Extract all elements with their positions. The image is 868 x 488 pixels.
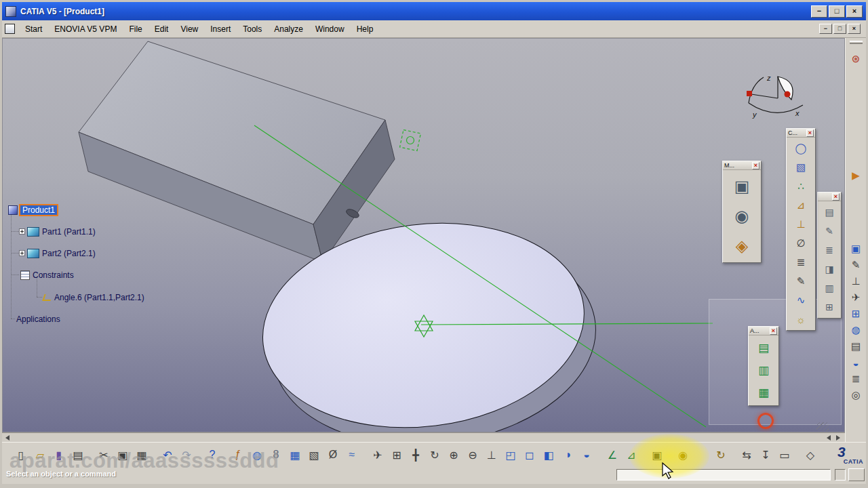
toolbar-drag-handle[interactable] xyxy=(850,41,863,44)
horizontal-scrollbar[interactable] xyxy=(2,432,845,442)
sphere-icon[interactable]: ◍ xyxy=(848,322,864,338)
measure-angle-icon[interactable]: ∠ xyxy=(604,446,620,464)
symmetry-icon[interactable]: ☼ xyxy=(791,310,811,329)
measure-inertia-icon[interactable]: ∅ xyxy=(791,234,811,253)
menu-item-enovia-v5-vpm[interactable]: ENOVIA V5 VPM xyxy=(48,22,123,37)
menu-item-view[interactable]: View xyxy=(174,22,204,37)
rotate-icon[interactable]: ↻ xyxy=(427,446,443,464)
scroll-left-icon[interactable] xyxy=(5,435,9,441)
mdi-minimize-button[interactable]: − xyxy=(819,24,832,34)
update-icon[interactable]: ⊛ xyxy=(848,51,864,67)
distance-band-icon[interactable]: ∴ xyxy=(791,177,811,196)
structure-tree-icon[interactable]: ▧ xyxy=(306,446,322,464)
multi-view-icon[interactable]: ◈ xyxy=(727,231,757,261)
rows-icon[interactable]: ▥ xyxy=(821,279,838,298)
list-icon[interactable]: ≣ xyxy=(821,241,838,260)
palette-title-bar[interactable]: M... × xyxy=(723,161,761,170)
menu-item-insert[interactable]: Insert xyxy=(204,22,237,37)
constraints-palette[interactable]: C... × ◯ ▧ ∴ ⊿ ⊥ ∅ ≣ ✎ ∿ ☼ xyxy=(786,128,816,331)
bolt-icon[interactable]: Ø xyxy=(325,446,341,464)
fly-mode-icon[interactable]: ✈ xyxy=(370,446,386,464)
mdi-close-button[interactable]: × xyxy=(848,24,861,34)
view-compass[interactable]: z y x xyxy=(747,74,803,119)
title-bar[interactable]: CATIA V5 - [Product1] − □ × xyxy=(2,2,866,20)
pencil-icon[interactable]: ✎ xyxy=(821,222,838,241)
resize-grip[interactable] xyxy=(816,422,829,431)
child-window-icon[interactable] xyxy=(5,24,15,34)
target-icon[interactable]: ◎ xyxy=(848,387,864,403)
menu-item-analyze[interactable]: Analyze xyxy=(268,22,309,37)
clash-icon[interactable]: ◯ xyxy=(791,139,811,158)
palette-close-button[interactable]: × xyxy=(770,327,777,335)
menu-item-help[interactable]: Help xyxy=(351,22,380,37)
palette-close-button[interactable]: × xyxy=(752,162,760,169)
list-icon[interactable]: ≣ xyxy=(848,371,864,387)
scroll-right-icon[interactable] xyxy=(836,435,840,441)
design-table-icon[interactable]: ▦ xyxy=(287,446,303,464)
palette-close-button[interactable]: × xyxy=(832,193,840,201)
capture-icon[interactable]: ◉ xyxy=(727,201,757,231)
free-rotate-icon[interactable]: ◇ xyxy=(802,446,818,464)
sketch-icon[interactable]: ✎ xyxy=(848,257,864,273)
palette-title-bar[interactable]: A... × xyxy=(749,327,778,336)
tree-item-product1[interactable]: Product1 xyxy=(20,205,57,215)
refresh-icon[interactable]: ▦ xyxy=(752,382,775,404)
exchange-icon[interactable]: ⇆ xyxy=(738,446,755,464)
tree-item-part2[interactable]: Part2 (Part2.1) xyxy=(42,249,96,258)
viewport-3d[interactable]: z y x Product1 Part1 (Part1.1) Part2 (Pa… xyxy=(2,38,845,432)
tree-item-applications[interactable]: Applications xyxy=(16,314,60,324)
menu-item-window[interactable]: Window xyxy=(309,22,351,37)
sheet-icon[interactable]: ▤ xyxy=(821,203,838,222)
analyze-palette[interactable]: A... × ▤ ▥ ▦ xyxy=(748,326,779,406)
select-arrow-icon[interactable]: ▶ xyxy=(848,167,864,184)
minimize-button[interactable]: − xyxy=(811,5,827,18)
sheet-icon[interactable]: ▤ xyxy=(848,338,864,354)
status-corner-panel[interactable] xyxy=(848,468,865,481)
annotations-icon[interactable]: ≣ xyxy=(791,253,811,272)
plane-icon[interactable]: ⊥ xyxy=(848,273,864,289)
menu-item-edit[interactable]: Edit xyxy=(149,22,175,37)
iso-view-icon[interactable]: ◻ xyxy=(521,446,538,464)
expand-icon[interactable] xyxy=(19,250,25,256)
swap-space-icon[interactable]: ◒ xyxy=(578,446,595,464)
menu-item-tools[interactable]: Tools xyxy=(237,22,268,37)
tree-item-constraints[interactable]: Constraints xyxy=(33,270,74,280)
open-sub-icon[interactable]: ▥ xyxy=(752,359,775,382)
smart-move-icon[interactable]: ↻ xyxy=(713,446,729,464)
menu-item-file[interactable]: File xyxy=(123,22,148,37)
fit-all-in-icon[interactable]: ⊞ xyxy=(389,446,405,464)
snapshot-icon[interactable]: ▣ xyxy=(727,171,757,201)
curve-icon[interactable]: ∿ xyxy=(791,291,811,310)
text-icon[interactable]: ✎ xyxy=(791,272,811,291)
measure-item-icon[interactable]: ⊥ xyxy=(791,215,811,234)
multi-view-icon[interactable]: ◰ xyxy=(502,446,519,464)
palette-close-button[interactable]: × xyxy=(806,129,814,137)
hole-marker[interactable] xyxy=(400,130,421,151)
mdi-restore-button[interactable]: □ xyxy=(833,24,846,34)
close-button[interactable]: × xyxy=(846,5,863,18)
menu-item-start[interactable]: Start xyxy=(19,22,48,37)
expand-icon[interactable] xyxy=(19,228,25,235)
background-palette[interactable]: × ▤ ✎ ≣ ◨ ▥ ⊞ xyxy=(817,192,842,319)
palette-title-bar[interactable]: × xyxy=(818,192,841,201)
hole-marker-circle[interactable] xyxy=(407,137,414,144)
grid-icon[interactable]: ⊞ xyxy=(848,306,864,322)
hide-show-icon[interactable]: ◑ xyxy=(559,446,576,464)
zoom-out-icon[interactable]: ⊖ xyxy=(465,446,481,464)
normal-view-icon[interactable]: ⊥ xyxy=(484,446,500,464)
pan-icon[interactable]: ╋ xyxy=(408,446,424,464)
catalog-icon[interactable]: ▣ xyxy=(848,241,864,257)
manipulate-icon[interactable]: ▭ xyxy=(776,446,793,464)
tree-item-part1[interactable]: Part1 (Part1.1) xyxy=(42,227,96,237)
graph-analysis-icon[interactable]: ≈ xyxy=(344,446,360,464)
shaded-view-icon[interactable]: ◧ xyxy=(540,446,557,464)
measure-between-icon[interactable]: ⊿ xyxy=(791,196,811,215)
fly-icon[interactable]: ✈ xyxy=(848,289,864,306)
sectioning-icon[interactable]: ▧ xyxy=(791,158,811,177)
palette-title-bar[interactable]: C... × xyxy=(787,129,815,138)
drop-anchor-icon[interactable]: ↧ xyxy=(757,446,774,464)
grid-icon[interactable]: ⊞ xyxy=(821,298,838,317)
update-all-icon[interactable]: ▤ xyxy=(752,337,775,359)
scroll-left-icon[interactable] xyxy=(827,435,831,441)
half-icon[interactable]: ◨ xyxy=(821,260,838,279)
